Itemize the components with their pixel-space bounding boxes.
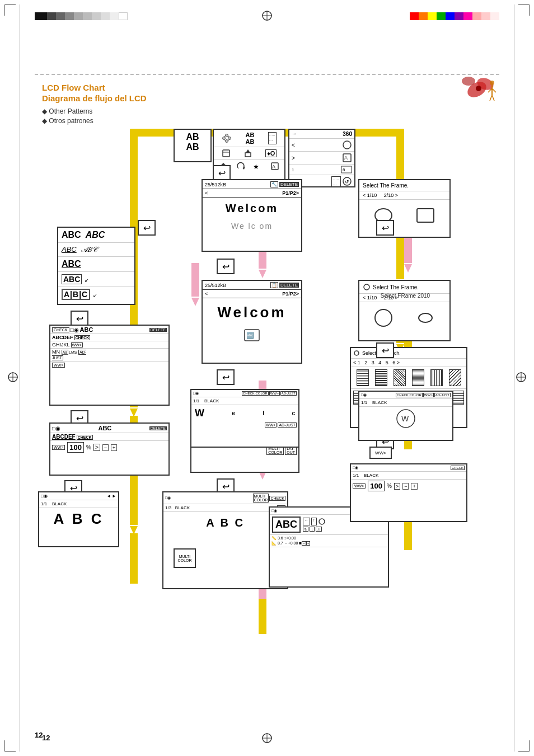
side-line-left xyxy=(20,4,20,752)
screen-return-1: ↩ xyxy=(213,165,231,181)
svg-text:★: ★ xyxy=(253,163,259,171)
svg-point-106 xyxy=(375,309,392,326)
screen-return-5: ↩ xyxy=(217,369,235,385)
crosshair-right xyxy=(515,371,527,386)
svg-line-19 xyxy=(492,88,496,92)
svg-point-16 xyxy=(490,81,494,85)
svg-point-93 xyxy=(343,141,351,149)
screen-char-pct: □◉ ABC DELETE ABCDEFCHECK WW> 100 % > − … xyxy=(49,422,170,476)
svg-point-80 xyxy=(226,134,228,137)
svg-text:A: A xyxy=(344,155,348,161)
screen-multicolor-small: MULTICOLOR xyxy=(174,548,196,568)
corner-mark-tl xyxy=(4,4,16,16)
screen-return-2: ↩ xyxy=(138,220,156,236)
page-number: 12 xyxy=(42,734,50,742)
dashed-separator xyxy=(35,74,499,75)
svg-rect-86 xyxy=(245,153,251,157)
svg-marker-56 xyxy=(404,264,412,273)
crosshair-left xyxy=(7,371,19,386)
svg-marker-44 xyxy=(259,270,266,278)
corner-mark-tr xyxy=(518,4,530,16)
svg-text:ñ: ñ xyxy=(343,167,345,172)
svg-point-83 xyxy=(228,137,231,140)
crosshair-top xyxy=(261,10,273,24)
screen-return-4: ↩ xyxy=(217,259,235,274)
svg-rect-33 xyxy=(130,533,138,584)
screen-return-11: ↩ xyxy=(376,220,394,236)
page-number-label: 12 xyxy=(35,731,43,739)
screen-abc-preview-left: □◉ ◄ ► 1/1 BLACK A B C xyxy=(38,491,119,547)
screen-single-char-right: □◉ CHECK COLOR WW> AD-JUST 1/1 BLACK W xyxy=(358,391,453,441)
screen-welcom-2: 25/512kB 📋 DELETE < P1/P2> Welcom 🔤 xyxy=(202,280,302,364)
svg-rect-84 xyxy=(223,150,229,157)
svg-point-81 xyxy=(226,140,228,143)
screen-select-frame-1: Select The Frame. < 1/10 2/10 > xyxy=(358,179,451,238)
svg-line-20 xyxy=(490,95,492,101)
svg-marker-32 xyxy=(130,526,138,534)
side-line-right xyxy=(514,4,514,752)
svg-point-108 xyxy=(354,351,359,355)
color-bar-left xyxy=(35,12,128,20)
screen-ww-right: WW> xyxy=(369,447,392,459)
title-en: LCD Flow Chart xyxy=(42,83,147,92)
svg-point-107 xyxy=(419,313,432,322)
svg-rect-34 xyxy=(396,271,404,279)
screen-welcom-1: 25/512kB 🔧 DELETE < P1/P2> Welcom We lc … xyxy=(202,179,302,252)
screen-abc-fonts: ABC ABC ABC 𝒜𝐵𝒞 ABC ABC ↙ A|B|C ↙ xyxy=(57,227,135,305)
screen-return-12: ↩ xyxy=(376,342,394,358)
svg-point-82 xyxy=(223,137,226,140)
select-frame-2010-label: Select FRame 2010 xyxy=(350,284,461,307)
svg-point-102 xyxy=(319,519,325,524)
screen-return-6: ↩ xyxy=(71,311,88,326)
svg-point-14 xyxy=(462,77,475,86)
svg-marker-87 xyxy=(246,149,250,153)
svg-text:🔤: 🔤 xyxy=(246,331,254,339)
screen-ab-main: ABAB xyxy=(174,129,212,162)
screen-char-select: CHECK □◉ ABC DELETE ABCDEFCHECK GHIJKLWW… xyxy=(49,325,170,406)
bullet-1: ◆ Other Patterns xyxy=(42,107,147,115)
svg-line-21 xyxy=(492,95,494,101)
corner-mark-br xyxy=(518,740,530,752)
color-bar-right xyxy=(410,12,499,20)
svg-rect-104 xyxy=(417,209,434,222)
decoration-image xyxy=(446,73,499,115)
svg-text:A: A xyxy=(272,164,275,170)
svg-rect-41 xyxy=(191,263,199,297)
svg-rect-31 xyxy=(130,475,138,525)
corner-mark-bl xyxy=(4,740,16,752)
screen-abc-pct-right: □◉ CHECK 1/1 BLACK WW> 100 % > − + xyxy=(350,463,467,522)
title-es: Diagrama de flujo del LCD xyxy=(42,93,147,103)
svg-rect-74 xyxy=(259,599,266,634)
title-area: LCD Flow Chart Diagrama de flujo del LCD… xyxy=(42,83,147,125)
svg-text:W: W xyxy=(401,414,409,423)
svg-text:↺: ↺ xyxy=(345,179,349,185)
svg-point-15 xyxy=(476,86,481,91)
svg-marker-42 xyxy=(191,298,199,306)
crosshair-bottom xyxy=(261,732,273,746)
svg-marker-28 xyxy=(130,408,138,417)
screen-single-w-center: □◉ CHECK COLOR WW> AD-JUST 1/1 BLACK Wel… xyxy=(190,389,299,448)
